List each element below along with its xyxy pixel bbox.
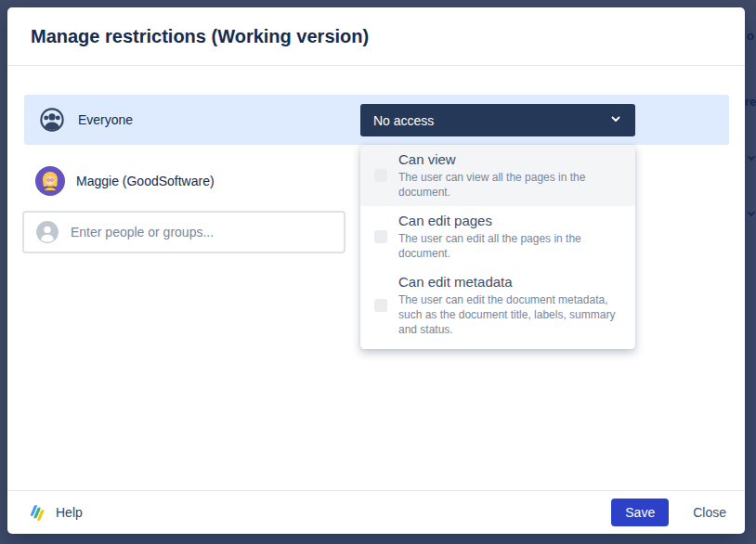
group-icon bbox=[37, 105, 67, 135]
dialog-title: Manage restrictions (Working version) bbox=[31, 26, 369, 47]
dialog-footer: Help Save Close bbox=[7, 490, 745, 534]
menu-item-title: Can edit pages bbox=[398, 213, 622, 230]
user-label: Maggie (GoodSoftware) bbox=[76, 174, 215, 188]
people-search-field bbox=[22, 211, 345, 253]
save-button[interactable]: Save bbox=[611, 499, 669, 526]
help-label: Help bbox=[56, 505, 83, 520]
help-brand-icon bbox=[26, 504, 46, 522]
help-link[interactable]: Help bbox=[26, 504, 83, 522]
dialog-header: Manage restrictions (Working version) bbox=[7, 7, 745, 66]
person-placeholder-icon bbox=[35, 220, 59, 244]
page-background: o re Manage restrictions (Working versio… bbox=[0, 0, 756, 544]
checkbox-icon bbox=[374, 299, 387, 312]
access-dropdown-value: No access bbox=[373, 113, 434, 128]
everyone-label: Everyone bbox=[78, 112, 133, 127]
people-search-input[interactable] bbox=[71, 225, 344, 240]
menu-item-description: The user can edit all the pages in the d… bbox=[398, 231, 622, 261]
backdrop-chevron-fragment bbox=[748, 153, 755, 161]
close-button[interactable]: Close bbox=[693, 505, 726, 520]
menu-item-title: Can edit metadata bbox=[398, 274, 622, 291]
checkbox-icon bbox=[374, 230, 387, 243]
user-avatar bbox=[35, 166, 65, 196]
checkbox-icon bbox=[374, 169, 387, 182]
menu-item-description: The user can edit the document metadata,… bbox=[398, 292, 622, 338]
access-dropdown-menu: Can view The user can view all the pages… bbox=[360, 145, 635, 349]
backdrop-text-fragment: o bbox=[747, 29, 754, 43]
menu-item-title: Can view bbox=[398, 151, 622, 169]
menu-item-can-view[interactable]: Can view The user can view all the pages… bbox=[360, 145, 635, 206]
manage-restrictions-dialog: Manage restrictions (Working version) Ev… bbox=[7, 7, 745, 534]
chevron-down-icon bbox=[609, 112, 622, 128]
access-dropdown-button[interactable]: No access bbox=[360, 104, 635, 136]
menu-item-can-edit-metadata[interactable]: Can edit metadata The user can edit the … bbox=[360, 267, 635, 348]
restriction-row-user[interactable]: Maggie (GoodSoftware) bbox=[24, 156, 358, 206]
menu-item-can-edit-pages[interactable]: Can edit pages The user can edit all the… bbox=[360, 206, 635, 267]
backdrop-chevron-fragment bbox=[748, 209, 755, 216]
menu-item-description: The user can view all the pages in the d… bbox=[398, 170, 622, 200]
backdrop-text-fragment: re bbox=[745, 95, 756, 109]
